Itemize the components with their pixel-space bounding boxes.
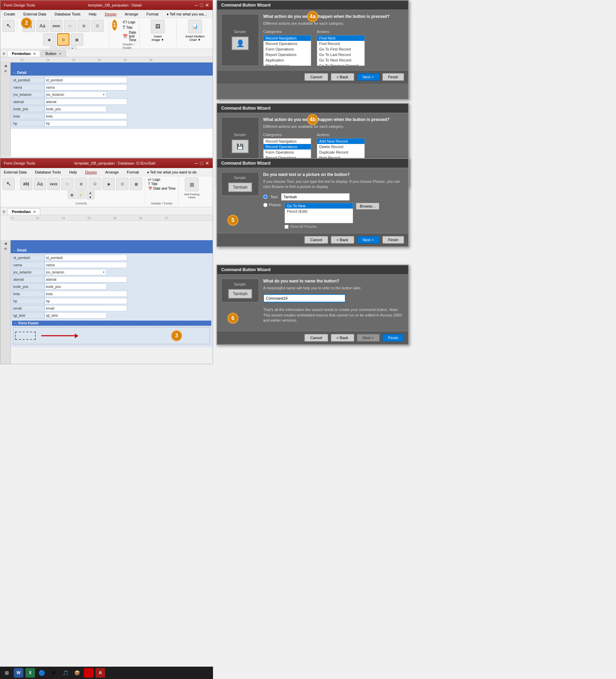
combo-btn[interactable]: □	[64, 20, 76, 32]
inp-kota-top[interactable]: kota	[45, 113, 127, 119]
inp-jns-b[interactable]: jns_kelamin	[45, 269, 107, 275]
wizard-4a-actions-list[interactable]: Find Next Find Record Go To First Record…	[317, 35, 365, 66]
menu-bottom-arrange[interactable]: Arrange	[104, 169, 120, 175]
wizard-4a-categories-list[interactable]: Record Navigation Record Operations Form…	[263, 35, 311, 66]
wizard-6-cancel-btn[interactable]: Cancel	[304, 334, 328, 342]
wizard-5-cancel-btn[interactable]: Cancel	[304, 236, 328, 244]
nav-expand-b[interactable]: ⊕	[4, 247, 7, 251]
act4b-duplicate[interactable]: Duplicate Record	[317, 149, 365, 155]
tab-close-pembelian-b[interactable]: ✕	[33, 210, 36, 214]
logo-btn[interactable]: 🏷 Logo	[123, 20, 136, 24]
act-go-last[interactable]: Go To Last Record	[317, 52, 365, 57]
datetime-btn[interactable]: 📅 Date and Time	[123, 31, 136, 42]
logo-btn-b[interactable]: 🏷Logo	[148, 178, 176, 181]
modern-chart-btn[interactable]: 📊	[188, 20, 202, 33]
cat4b-form-ops[interactable]: Form Operations	[264, 149, 311, 155]
scr-dn-b[interactable]: ▼	[86, 195, 94, 199]
browse-btn[interactable]: Browse...	[356, 203, 379, 210]
inp-kota-b[interactable]: kota	[45, 291, 127, 297]
button-ctrl-btn-b[interactable]: xxxx	[47, 178, 60, 190]
radio-picture[interactable]	[263, 203, 268, 207]
radio-btn[interactable]: ◉	[43, 33, 56, 46]
label-btn[interactable]: Aa	[36, 20, 49, 32]
act-go-next[interactable]: Go To Next Record	[317, 57, 365, 63]
tab-pembelian-top[interactable]: Pembelian ✕	[7, 50, 40, 57]
taskbar-windows-btn[interactable]: ⊞	[2, 668, 12, 678]
more-b[interactable]: ⊞	[68, 191, 76, 199]
cat-record-ops[interactable]: Record Operations	[264, 41, 311, 46]
tab-button[interactable]: Button ✕	[41, 50, 66, 57]
radio-text[interactable]	[263, 194, 268, 199]
tab-pembelian-bottom[interactable]: Pembelian ✕	[7, 208, 40, 215]
wizard-5-finish-btn[interactable]: Finish	[382, 236, 404, 244]
menu-dbtools[interactable]: Database Tools	[53, 11, 82, 17]
menu-bottom-search[interactable]: ♦ Tell me what you want to do	[146, 169, 198, 175]
select-tool-btn-b[interactable]: ↖	[2, 178, 15, 190]
wizard-6-back-btn[interactable]: < Back	[331, 334, 354, 342]
select-tool-btn[interactable]: ↖	[2, 20, 15, 32]
taskbar-item7[interactable]	[84, 668, 93, 678]
act-find-record[interactable]: Find Record	[317, 41, 365, 46]
picture-go-to-new[interactable]: Go To New	[285, 203, 353, 209]
text-input-btn-label[interactable]	[281, 193, 350, 201]
btn-name-input[interactable]	[263, 294, 346, 302]
inp-tgllahir-b[interactable]: tgl_lahir	[45, 312, 107, 319]
cat-application[interactable]: Application	[264, 57, 311, 63]
insert-image-btn[interactable]: 🖼	[151, 20, 165, 33]
inp-alamat-top[interactable]: alamat	[45, 99, 127, 105]
wizard-6-finish-btn[interactable]: Finish	[382, 334, 404, 342]
subform-btn-b[interactable]: ▦	[130, 178, 142, 190]
act-find-next[interactable]: Find Next	[317, 35, 365, 41]
act4b-delete[interactable]: Delete Record	[317, 144, 365, 149]
window-controls[interactable]: ─ □ ✕	[195, 2, 209, 8]
subform-btn[interactable]: ▦	[71, 33, 83, 46]
taskbar-item6[interactable]: 📦	[72, 668, 82, 678]
wizard-toggle-btn[interactable]: 🪄	[59, 46, 67, 49]
menu-arrange[interactable]: Arrange	[123, 11, 139, 17]
cat4b-record-ops[interactable]: Record Operations	[264, 144, 311, 149]
taskbar-item5[interactable]: 🎵	[60, 668, 70, 678]
taskbar-item3[interactable]: 🔵	[37, 668, 47, 678]
list-btn[interactable]: ⊞	[78, 20, 90, 32]
menu-bottom-dbtools[interactable]: Database Tools	[34, 169, 63, 175]
cat-record-nav[interactable]: Record Navigation	[264, 35, 311, 41]
inp-email-b[interactable]: email	[45, 305, 127, 311]
inp-id-b[interactable]: id_pembeli	[45, 255, 127, 261]
command-btn[interactable]: ⊡	[57, 33, 69, 46]
act-go-first[interactable]: Go To First Record	[317, 46, 365, 52]
wiz-b[interactable]: 🪄	[77, 191, 85, 199]
picture-pencil-edit[interactable]: Pencil (Edit)	[285, 209, 353, 214]
menu-format[interactable]: Format	[145, 11, 160, 17]
tab-close-pembelian[interactable]: ✕	[33, 52, 36, 56]
picture-listbox[interactable]: Go To New Pencil (Edit)	[284, 203, 353, 223]
nav-arrow-up[interactable]: ◀	[4, 64, 7, 68]
inp-nama-top[interactable]: nama	[45, 84, 127, 90]
placeholder-btn[interactable]	[15, 332, 36, 340]
act4b-add-new[interactable]: Add New Record	[317, 138, 365, 144]
check-btn[interactable]: ☑	[91, 20, 104, 32]
wizard-4a-finish-btn[interactable]: Finish	[382, 73, 404, 81]
inp-kodepos-b[interactable]: kode_pos	[45, 283, 107, 290]
radio-btn-b[interactable]: ◉	[102, 178, 115, 190]
nav-expand[interactable]: ⊕	[4, 69, 7, 73]
wizard-5-next-btn[interactable]: Next >	[357, 236, 380, 244]
scr-up-b[interactable]: ▲	[86, 191, 94, 195]
taskbar-word-btn[interactable]: W	[14, 668, 23, 678]
inp-nama-b[interactable]: nama	[45, 262, 127, 268]
more-controls-btn[interactable]: ⊞	[50, 46, 58, 49]
window-controls-bottom[interactable]: ─ □ ✕	[195, 160, 209, 166]
menu-external[interactable]: External Data	[22, 11, 48, 17]
cat4b-record-nav[interactable]: Record Navigation	[264, 138, 311, 144]
title-btn-b[interactable]: TTitle	[148, 182, 176, 186]
nav-arrow-b[interactable]: ◀	[4, 242, 7, 245]
menu-help[interactable]: Help	[87, 11, 98, 17]
menu-bottom-format[interactable]: Format	[125, 169, 140, 175]
datetime-btn-b[interactable]: 📅Date and Time	[148, 187, 176, 190]
menu-bottom-help[interactable]: Help	[68, 169, 78, 175]
cat-misc[interactable]: Miscellaneous	[264, 63, 311, 66]
menu-bottom-external[interactable]: External Data	[2, 169, 28, 175]
inp-kodepos-top[interactable]: kode_pos	[45, 106, 107, 112]
wizard-4a-next-btn[interactable]: Next >	[357, 73, 380, 81]
inp-id-top[interactable]: id_pembeli	[45, 77, 127, 83]
menu-design[interactable]: Design	[103, 11, 118, 17]
